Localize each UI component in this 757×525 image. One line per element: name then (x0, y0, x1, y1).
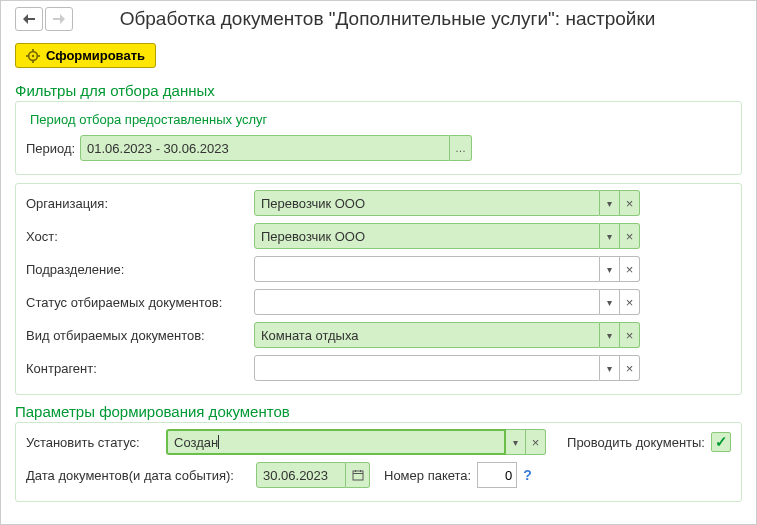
packet-num-label: Номер пакета: (384, 468, 471, 483)
chevron-down-icon (607, 263, 612, 275)
params-section-title: Параметры формирования документов (15, 403, 742, 420)
set-status-input-wrap: Создан (166, 429, 546, 455)
doc-kind-input-wrap: Комната отдыха (254, 322, 640, 348)
close-icon (626, 229, 634, 244)
params-groupbox: Установить статус: Создан Проводить доку… (15, 422, 742, 502)
doc-kind-clear-button[interactable] (620, 322, 640, 348)
close-icon (532, 435, 540, 450)
set-status-clear-button[interactable] (526, 429, 546, 455)
dept-row: Подразделение: (26, 256, 731, 282)
period-groupbox: Период отбора предоставленных услуг Пери… (15, 101, 742, 175)
org-row: Организация: Перевозчик ООО (26, 190, 731, 216)
chevron-down-icon (607, 296, 612, 308)
close-icon (626, 295, 634, 310)
contragent-row: Контрагент: (26, 355, 731, 381)
set-status-label: Установить статус: (26, 435, 166, 450)
nav-forward-button[interactable] (45, 7, 73, 31)
doc-kind-input[interactable]: Комната отдыха (254, 322, 600, 348)
doc-status-label: Статус отбираемых документов: (26, 295, 254, 310)
chevron-down-icon (607, 197, 612, 209)
doc-status-input-wrap (254, 289, 640, 315)
contragent-label: Контрагент: (26, 361, 254, 376)
host-row: Хост: Перевозчик ООО (26, 223, 731, 249)
period-input-wrap: 01.06.2023 - 30.06.2023 … (80, 135, 472, 161)
doc-status-clear-button[interactable] (620, 289, 640, 315)
dept-label: Подразделение: (26, 262, 254, 277)
host-dropdown-button[interactable] (600, 223, 620, 249)
arrow-left-icon (23, 14, 35, 24)
post-docs-checkbox[interactable]: ✓ (711, 432, 731, 452)
host-clear-button[interactable] (620, 223, 640, 249)
org-dropdown-button[interactable] (600, 190, 620, 216)
set-status-value: Создан (174, 435, 218, 450)
arrow-right-icon (53, 14, 65, 24)
close-icon (626, 196, 634, 211)
generate-button[interactable]: Сформировать (15, 43, 156, 68)
contragent-clear-button[interactable] (620, 355, 640, 381)
set-status-row: Установить статус: Создан Проводить доку… (26, 429, 731, 455)
period-row: Период: 01.06.2023 - 30.06.2023 … (26, 135, 731, 161)
packet-num-input[interactable] (477, 462, 517, 488)
doc-date-picker-button[interactable] (346, 462, 370, 488)
filters-section-title: Фильтры для отбора данных (15, 82, 742, 99)
contragent-dropdown-button[interactable] (600, 355, 620, 381)
post-docs-label: Проводить документы: (567, 435, 705, 450)
org-input[interactable]: Перевозчик ООО (254, 190, 600, 216)
doc-date-label: Дата документов(и дата события): (26, 468, 256, 483)
dept-clear-button[interactable] (620, 256, 640, 282)
host-input[interactable]: Перевозчик ООО (254, 223, 600, 249)
filters-groupbox: Организация: Перевозчик ООО Хост: Перево… (15, 183, 742, 395)
header-row: Обработка документов "Дополнительные усл… (15, 7, 742, 31)
set-status-dropdown-button[interactable] (506, 429, 526, 455)
chevron-down-icon (513, 436, 518, 448)
gear-icon (26, 49, 40, 63)
svg-point-1 (32, 54, 35, 57)
close-icon (626, 262, 634, 277)
period-group-title: Период отбора предоставленных услуг (26, 112, 271, 127)
page-title: Обработка документов "Дополнительные усл… (73, 8, 742, 30)
close-icon (626, 328, 634, 343)
nav-back-button[interactable] (15, 7, 43, 31)
svg-rect-6 (353, 471, 363, 480)
text-cursor-icon (218, 435, 219, 449)
doc-date-wrap: 30.06.2023 (256, 462, 370, 488)
chevron-down-icon (607, 230, 612, 242)
generate-button-label: Сформировать (46, 48, 145, 63)
doc-kind-row: Вид отбираемых документов: Комната отдых… (26, 322, 731, 348)
set-status-input[interactable]: Создан (166, 429, 506, 455)
period-input[interactable]: 01.06.2023 - 30.06.2023 (80, 135, 450, 161)
doc-kind-dropdown-button[interactable] (600, 322, 620, 348)
doc-status-dropdown-button[interactable] (600, 289, 620, 315)
org-input-wrap: Перевозчик ООО (254, 190, 640, 216)
dept-input-wrap (254, 256, 640, 282)
doc-date-row: Дата документов(и дата события): 30.06.2… (26, 462, 731, 488)
doc-kind-label: Вид отбираемых документов: (26, 328, 254, 343)
chevron-down-icon (607, 362, 612, 374)
period-picker-button[interactable]: … (450, 135, 472, 161)
org-label: Организация: (26, 196, 254, 211)
window: Обработка документов "Дополнительные усл… (0, 0, 757, 525)
doc-date-input[interactable]: 30.06.2023 (256, 462, 346, 488)
doc-status-input[interactable] (254, 289, 600, 315)
org-clear-button[interactable] (620, 190, 640, 216)
dept-input[interactable] (254, 256, 600, 282)
doc-status-row: Статус отбираемых документов: (26, 289, 731, 315)
host-label: Хост: (26, 229, 254, 244)
period-label: Период: (26, 141, 80, 156)
contragent-input[interactable] (254, 355, 600, 381)
calendar-icon (352, 469, 364, 481)
chevron-down-icon (607, 329, 612, 341)
close-icon (626, 361, 634, 376)
contragent-input-wrap (254, 355, 640, 381)
dept-dropdown-button[interactable] (600, 256, 620, 282)
help-icon[interactable]: ? (523, 467, 532, 483)
host-input-wrap: Перевозчик ООО (254, 223, 640, 249)
